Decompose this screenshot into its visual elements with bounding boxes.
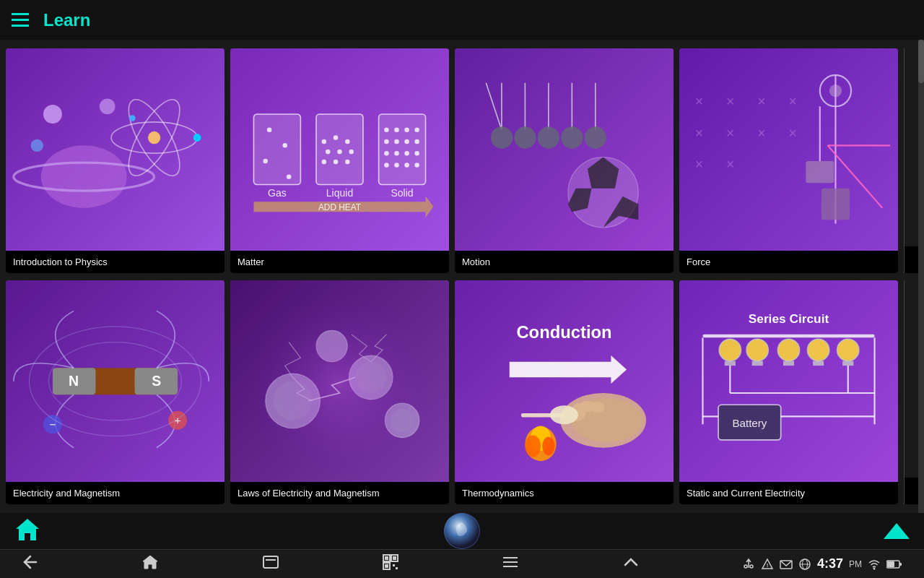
mail-icon xyxy=(780,558,793,571)
svg-rect-109 xyxy=(521,413,565,417)
usb-icon xyxy=(742,558,755,571)
scrollbar-thumb[interactable] xyxy=(918,40,924,83)
svg-rect-11 xyxy=(253,114,300,184)
svg-rect-147 xyxy=(385,564,388,568)
svg-rect-140 xyxy=(263,556,278,568)
svg-point-54 xyxy=(491,126,513,148)
app-logo[interactable] xyxy=(444,513,480,549)
svg-text:ADD HEAT: ADD HEAT xyxy=(318,202,361,212)
svg-marker-101 xyxy=(510,355,627,384)
svg-text:×: × xyxy=(726,156,734,172)
svg-point-56 xyxy=(538,126,559,148)
nav-home-button[interactable] xyxy=(141,553,159,574)
svg-point-55 xyxy=(514,126,536,148)
svg-point-116 xyxy=(719,339,741,361)
wifi-icon xyxy=(868,558,881,571)
card-label-laws-electricity: Laws of Electricity and Magnetism xyxy=(230,482,449,504)
svg-rect-146 xyxy=(393,556,396,560)
svg-line-53 xyxy=(486,83,502,130)
svg-text:Liquid: Liquid xyxy=(326,187,354,199)
nav-menu-button[interactable] xyxy=(502,553,519,574)
svg-rect-149 xyxy=(396,567,398,569)
svg-rect-28 xyxy=(379,114,426,184)
svg-rect-123 xyxy=(813,361,824,365)
svg-point-9 xyxy=(31,139,43,152)
svg-point-23 xyxy=(349,150,353,154)
svg-point-26 xyxy=(345,160,349,164)
card-electricity-magnetism[interactable]: N S − + xyxy=(6,280,225,505)
svg-point-20 xyxy=(345,139,349,144)
card-label-intro-physics: Introduction to Physics xyxy=(6,251,225,273)
card-static-current[interactable]: Series Circuit xyxy=(679,280,898,505)
svg-point-39 xyxy=(404,151,409,155)
card-thermodynamics[interactable]: Conduction xyxy=(455,280,674,505)
nav-chevron-button[interactable] xyxy=(622,553,640,574)
card-intro-physics[interactable]: Introduction to Physics xyxy=(6,48,225,273)
svg-text:Solid: Solid xyxy=(391,187,413,199)
svg-rect-77 xyxy=(806,161,834,183)
svg-rect-164 xyxy=(899,563,902,566)
nav-back-button[interactable] xyxy=(22,553,39,574)
scroll-up-button[interactable] xyxy=(884,523,910,539)
svg-text:S: S xyxy=(152,373,161,389)
svg-point-41 xyxy=(384,163,388,167)
svg-point-5 xyxy=(148,131,160,144)
card-label-force: Force xyxy=(679,251,898,273)
hamburger-icon[interactable] xyxy=(12,13,29,27)
scrollbar-track[interactable] xyxy=(918,40,924,513)
svg-point-124 xyxy=(837,339,859,361)
nav-recents-button[interactable] xyxy=(262,553,279,574)
svg-point-10 xyxy=(100,98,116,114)
svg-point-7 xyxy=(129,115,136,121)
page-title: Learn xyxy=(43,10,90,30)
svg-text:×: × xyxy=(757,125,765,141)
dock-home-icon[interactable] xyxy=(14,516,40,547)
svg-text:Gas: Gas xyxy=(268,187,287,199)
svg-point-19 xyxy=(334,135,338,139)
svg-point-118 xyxy=(746,339,768,361)
svg-rect-141 xyxy=(266,559,276,561)
svg-point-44 xyxy=(414,163,419,167)
svg-point-29 xyxy=(384,127,388,131)
svg-point-58 xyxy=(585,126,606,148)
svg-rect-115 xyxy=(702,334,874,337)
partial-card-1 xyxy=(904,48,918,273)
svg-point-113 xyxy=(542,436,554,455)
svg-text:×: × xyxy=(695,156,703,172)
svg-point-13 xyxy=(283,143,287,147)
card-label-static-current: Static and Current Electricity xyxy=(679,482,898,504)
clock-ampm: PM xyxy=(849,559,862,569)
card-label-thermodynamics: Thermodynamics xyxy=(455,482,674,504)
card-motion[interactable]: Motion xyxy=(455,48,674,273)
svg-point-6 xyxy=(193,134,201,142)
card-row-1: Introduction to Physics Gas xyxy=(6,48,918,273)
svg-marker-139 xyxy=(143,556,157,569)
svg-rect-121 xyxy=(783,361,794,365)
svg-rect-117 xyxy=(725,361,736,365)
svg-rect-119 xyxy=(752,361,763,365)
svg-point-34 xyxy=(394,139,398,144)
svg-rect-145 xyxy=(385,556,388,560)
card-label-matter: Matter xyxy=(230,251,449,273)
card-force[interactable]: × × × × × × × × × × xyxy=(679,48,898,273)
svg-point-25 xyxy=(334,160,338,164)
svg-text:×: × xyxy=(757,93,765,109)
svg-point-42 xyxy=(394,163,398,167)
svg-point-57 xyxy=(561,126,583,148)
svg-point-107 xyxy=(589,401,605,412)
clock-time: 4:37 xyxy=(817,556,843,571)
warning-icon: ! xyxy=(761,558,774,571)
svg-point-33 xyxy=(384,139,388,144)
svg-point-120 xyxy=(777,339,799,361)
svg-rect-125 xyxy=(842,361,853,365)
card-laws-electricity[interactable]: Laws of Electricity and Magnetism xyxy=(230,280,449,505)
card-label-electricity-magnetism: Electricity and Magnetism xyxy=(6,482,225,504)
bottom-bar: ! 4:37 PM xyxy=(0,513,924,578)
nav-qr-button[interactable] xyxy=(382,553,399,574)
svg-point-14 xyxy=(263,159,267,163)
svg-point-99 xyxy=(246,291,434,479)
svg-point-0 xyxy=(41,145,127,208)
svg-text:N: N xyxy=(69,373,79,389)
svg-text:×: × xyxy=(726,93,734,109)
card-matter[interactable]: Gas Liquid xyxy=(230,48,449,273)
